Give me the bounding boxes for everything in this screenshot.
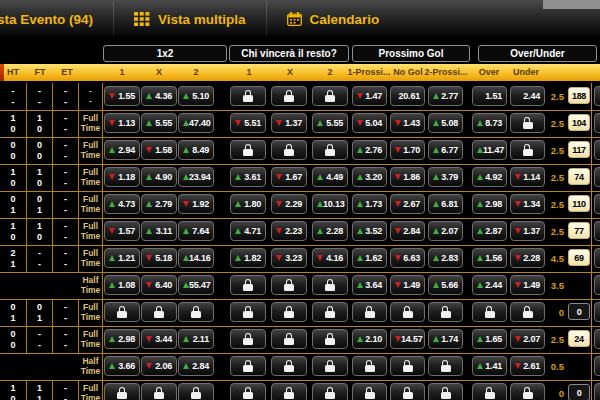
odds-cell[interactable]: 3.61 — [230, 167, 266, 187]
odds-cell[interactable]: 4.73 — [104, 194, 140, 214]
odds-cell[interactable]: 6.77 — [428, 140, 463, 160]
locked-odds-cell[interactable] — [230, 383, 266, 400]
odds-cell[interactable]: 1.13 — [104, 113, 140, 133]
odds-cell[interactable]: 1.49 — [390, 275, 425, 295]
odds-cell[interactable]: 2.44 — [472, 275, 507, 295]
odds-cell[interactable]: 2.79 — [141, 194, 177, 214]
more-markets-count[interactable]: 0 — [568, 384, 590, 400]
more-markets-count[interactable]: 77 — [568, 222, 590, 239]
odds-cell[interactable]: 6.81 — [428, 194, 463, 214]
tab-vista-multipla[interactable]: Vista multipla — [114, 0, 266, 38]
odds-cell[interactable]: 2.87 — [472, 221, 507, 241]
locked-odds-cell[interactable] — [230, 140, 266, 160]
odds-cell[interactable]: 1.51 — [472, 86, 507, 106]
locked-odds-cell[interactable] — [312, 383, 348, 400]
odds-cell[interactable]: 1.80 — [230, 194, 266, 214]
odds-cell[interactable]: 1.08 — [104, 275, 140, 295]
odds-cell[interactable]: 1.92 — [178, 194, 214, 214]
odds-cell[interactable]: 4.90 — [141, 167, 177, 187]
odds-cell[interactable]: 2.06 — [141, 356, 177, 376]
more-markets-count[interactable]: 104 — [568, 114, 590, 131]
odds-cell[interactable]: 5.18 — [141, 248, 177, 268]
locked-odds-cell[interactable] — [230, 356, 266, 376]
odds-cell[interactable]: 1.18 — [104, 167, 140, 187]
locked-odds-cell[interactable] — [271, 140, 307, 160]
locked-odds-cell[interactable] — [271, 329, 307, 349]
odds-cell[interactable]: 1.70 — [390, 140, 425, 160]
odds-cell[interactable]: 5.55 — [312, 113, 348, 133]
odds-cell[interactable]: 2.67 — [390, 194, 425, 214]
locked-odds-cell[interactable] — [271, 356, 307, 376]
more-markets-count[interactable]: 0 — [568, 303, 590, 320]
odds-cell[interactable]: 4.16 — [312, 248, 348, 268]
more-markets-count[interactable]: 188 — [568, 87, 590, 104]
odds-cell[interactable]: 1.82 — [230, 248, 266, 268]
odds-cell[interactable]: 3.23 — [271, 248, 307, 268]
locked-odds-cell[interactable] — [271, 302, 307, 322]
odds-cell[interactable]: 2.98 — [472, 194, 507, 214]
odds-cell[interactable]: 3.66 — [104, 356, 140, 376]
locked-odds-cell[interactable] — [178, 383, 214, 400]
tab-lista-evento[interactable]: sta Evento (94) — [0, 0, 113, 38]
odds-cell[interactable]: 3.20 — [352, 167, 387, 187]
locked-odds-cell[interactable] — [141, 383, 177, 400]
locked-odds-cell[interactable] — [352, 302, 387, 322]
odds-cell[interactable]: 1.55 — [104, 86, 140, 106]
locked-odds-cell[interactable] — [271, 275, 307, 295]
odds-cell[interactable]: 1.74 — [428, 329, 463, 349]
odds-cell[interactable]: 2.83 — [428, 248, 463, 268]
odds-cell[interactable]: 4.49 — [312, 167, 348, 187]
tab-calendario[interactable]: Calendario — [267, 0, 400, 38]
odds-cell[interactable]: 1.57 — [104, 221, 140, 241]
locked-odds-cell[interactable] — [104, 302, 140, 322]
odds-cell[interactable]: 1.62 — [352, 248, 387, 268]
odds-cell[interactable]: 1.41 — [472, 356, 507, 376]
locked-odds-cell[interactable] — [104, 383, 140, 400]
odds-cell[interactable]: 8.49 — [178, 140, 214, 160]
odds-cell[interactable]: 1.86 — [390, 167, 425, 187]
locked-odds-cell[interactable] — [312, 140, 348, 160]
odds-cell[interactable]: 2.77 — [428, 86, 463, 106]
odds-cell[interactable]: 5.55 — [141, 113, 177, 133]
odds-cell[interactable]: 5.66 — [428, 275, 463, 295]
odds-cell[interactable]: 1.73 — [352, 194, 387, 214]
locked-odds-cell[interactable] — [352, 356, 387, 376]
odds-cell[interactable]: 6.40 — [141, 275, 177, 295]
locked-odds-cell[interactable] — [312, 356, 348, 376]
odds-cell[interactable]: 5.04 — [352, 113, 387, 133]
odds-cell[interactable]: 5.08 — [428, 113, 463, 133]
locked-odds-cell[interactable] — [271, 383, 307, 400]
odds-cell[interactable]: 1.67 — [271, 167, 307, 187]
locked-odds-cell[interactable] — [472, 383, 507, 400]
odds-cell[interactable]: 3.79 — [428, 167, 463, 187]
locked-odds-cell[interactable] — [178, 302, 214, 322]
odds-cell[interactable]: 11.47 — [472, 140, 507, 160]
locked-odds-cell[interactable] — [312, 86, 348, 106]
odds-cell[interactable]: 1.65 — [472, 329, 507, 349]
odds-cell[interactable]: 1.21 — [104, 248, 140, 268]
locked-odds-cell[interactable] — [230, 275, 266, 295]
odds-cell[interactable]: 20.61 — [390, 86, 425, 106]
more-markets-count[interactable]: 110 — [568, 195, 590, 212]
odds-cell[interactable]: 1.43 — [390, 113, 425, 133]
odds-cell[interactable]: 1.47 — [352, 86, 387, 106]
odds-cell[interactable]: 1.58 — [141, 140, 177, 160]
odds-cell[interactable]: 4.36 — [141, 86, 177, 106]
odds-cell[interactable]: 2.28 — [312, 221, 348, 241]
more-markets-count[interactable]: 74 — [568, 168, 590, 185]
locked-odds-cell[interactable] — [312, 275, 348, 295]
locked-odds-cell[interactable] — [312, 302, 348, 322]
odds-cell[interactable]: 14.57 — [390, 329, 425, 349]
odds-cell[interactable]: 23.94 — [178, 167, 214, 187]
odds-cell[interactable]: 3.64 — [352, 275, 387, 295]
locked-odds-cell[interactable] — [428, 383, 463, 400]
odds-cell[interactable]: 8.73 — [472, 113, 507, 133]
odds-cell[interactable]: 6.63 — [390, 248, 425, 268]
odds-cell[interactable]: 2.84 — [390, 221, 425, 241]
locked-odds-cell[interactable] — [230, 302, 266, 322]
odds-cell[interactable]: 3.11 — [141, 221, 177, 241]
odds-cell[interactable]: 5.10 — [178, 86, 214, 106]
odds-cell[interactable]: 47.40 — [178, 113, 214, 133]
odds-cell[interactable]: 2.84 — [178, 356, 214, 376]
odds-cell[interactable]: 10.13 — [312, 194, 348, 214]
